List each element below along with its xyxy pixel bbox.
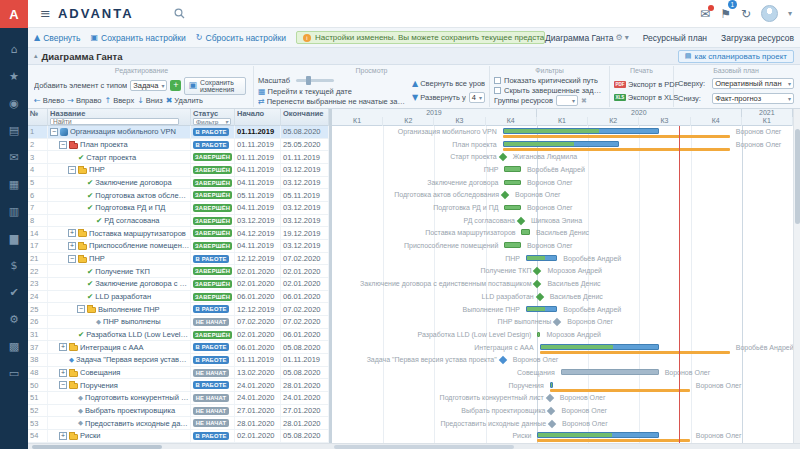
gantt-milestone[interactable]: [517, 217, 525, 225]
tree-expander-minus[interactable]: −: [50, 128, 58, 136]
table-row[interactable]: 17+Приспособление помещенийЗАВЕРШЁН04.11…: [28, 240, 329, 253]
advanta-logo-mark[interactable]: А: [0, 0, 28, 28]
save-settings-button[interactable]: ▣Сохранить настройки: [90, 33, 185, 43]
tree-expander-minus[interactable]: −: [68, 166, 76, 174]
collapse-all-button[interactable]: ▲Свернуть все уровни: [412, 79, 485, 88]
gantt-bar[interactable]: [503, 128, 659, 134]
gantt-milestone[interactable]: [498, 153, 506, 161]
column-header-start[interactable]: Начало: [235, 109, 281, 117]
gantt-milestone[interactable]: [533, 280, 541, 288]
reset-settings-button[interactable]: ↻Сбросить настройки: [196, 33, 286, 43]
baseline-top-select[interactable]: Оперативный план▾: [712, 78, 794, 89]
baseline-bottom-select[interactable]: Факт-прогноз▾: [712, 93, 794, 104]
search-icon[interactable]: [174, 8, 185, 19]
gantt-bar[interactable]: [504, 205, 521, 210]
table-row[interactable]: 24✔LLD разработанЗАВЕРШЁН06.01.202006.01…: [28, 291, 329, 304]
expand-level-button[interactable]: ▼Развернуть уровень: [412, 93, 466, 102]
gantt-baseline-bar[interactable]: [540, 351, 730, 354]
scale-slider[interactable]: [296, 79, 334, 82]
clear-filter-icon[interactable]: ✖: [581, 97, 587, 105]
task-name[interactable]: РД согласована: [104, 216, 190, 225]
task-name[interactable]: Выполнение ПНР: [98, 305, 190, 314]
delete-button[interactable]: ✖Удалить: [166, 96, 203, 105]
gantt-baseline-bar[interactable]: [503, 135, 730, 138]
save-changes-button[interactable]: ▣Сохранить изменения: [184, 77, 246, 95]
table-row[interactable]: 3✔Старт проектаЗАВЕРШЁН01.11.201901.11.2…: [28, 151, 329, 164]
gantt-bar[interactable]: [526, 255, 557, 261]
scrollbar-thumb[interactable]: [32, 445, 162, 449]
structure-icon[interactable]: ▤: [0, 117, 28, 144]
task-name[interactable]: Совещания: [80, 368, 190, 377]
collapse-settings-button[interactable]: ▲Свернуть: [34, 33, 80, 43]
tree-expander-plus[interactable]: +: [59, 343, 67, 351]
documents-icon[interactable]: ▭: [0, 360, 28, 387]
table-row[interactable]: 21−ПНРВ РАБОТЕ12.12.201907.02.2020: [28, 253, 329, 266]
modules-icon[interactable]: ▩: [0, 333, 28, 360]
table-row[interactable]: 14+Поставка маршрутизаторовЗАВЕРШЁН04.12…: [28, 227, 329, 240]
tree-expander-plus[interactable]: +: [59, 369, 67, 377]
table-row[interactable]: 52◆Выбрать проектировщикаНЕ НАЧАТ27.01.2…: [28, 405, 329, 418]
tasks-icon[interactable]: ✔: [0, 279, 28, 306]
element-type-select[interactable]: Задача▾: [130, 80, 167, 91]
gantt-milestone[interactable]: [501, 191, 509, 199]
table-row[interactable]: 38◆Задача "Первая версия устава про...В …: [28, 354, 329, 367]
vertical-scrollbar[interactable]: [793, 109, 800, 443]
name-search-input[interactable]: [50, 118, 179, 125]
gantt-milestone[interactable]: [553, 318, 561, 326]
column-header-end[interactable]: Окончание: [281, 109, 329, 117]
view-tab-resource-load[interactable]: Загрузка ресурсов: [721, 33, 794, 43]
task-name[interactable]: Интеграция с ААА: [80, 343, 190, 352]
settings-icon[interactable]: ⚙: [0, 306, 28, 333]
task-name[interactable]: Разработка LLD (Low Level Design): [86, 330, 190, 339]
gantt-bar[interactable]: [504, 166, 521, 172]
table-row[interactable]: 37+Интеграция с АААВ РАБОТЕ06.01.202005.…: [28, 341, 329, 354]
column-header-status[interactable]: Статус: [191, 109, 235, 117]
expand-level-select[interactable]: 4▾: [469, 92, 485, 103]
users-icon[interactable]: ◉: [0, 90, 28, 117]
gantt-milestone[interactable]: [548, 419, 556, 427]
table-row[interactable]: 25−Выполнение ПНРВ РАБОТЕ12.12.201907.02…: [28, 303, 329, 316]
gantt-baseline-bar[interactable]: [537, 439, 689, 442]
task-name[interactable]: Задача "Первая версия устава про...: [76, 355, 190, 364]
hide-completed-checkbox[interactable]: [494, 87, 501, 94]
collapse-panel-icon[interactable]: ▴: [34, 52, 38, 60]
tree-expander-minus[interactable]: −: [59, 141, 67, 149]
task-name[interactable]: Риски: [80, 431, 190, 440]
gantt-milestone[interactable]: [498, 356, 506, 364]
table-row[interactable]: 2−План проектаВ РАБОТЕ01.11.201925.05.20…: [28, 139, 329, 152]
reports-icon[interactable]: ▥: [0, 198, 28, 225]
tree-expander-plus[interactable]: +: [59, 432, 67, 440]
slider-thumb[interactable]: [306, 76, 311, 85]
task-name[interactable]: Организация мобильного VPN: [70, 127, 190, 136]
notifications-icon[interactable]: ⚑1: [720, 7, 731, 21]
task-name[interactable]: Подготовить конкурентный лист: [85, 393, 190, 402]
column-header-num[interactable]: №: [28, 109, 48, 117]
gantt-bar[interactable]: [503, 141, 619, 147]
table-row[interactable]: 6✔Подготовка актов обследованияЗАВЕРШЁН0…: [28, 189, 329, 202]
task-name[interactable]: Выбрать проектировщика: [85, 406, 190, 415]
status-filter-select[interactable]: Фильтр▾: [193, 118, 231, 125]
table-row[interactable]: 22✔Получение ТКПЗАВЕРШЁН02.01.202002.01.…: [28, 265, 329, 278]
gantt-baseline-bar[interactable]: [550, 389, 690, 392]
move-up-button[interactable]: ↑Вверх: [105, 96, 135, 105]
gantt-bar[interactable]: [537, 432, 658, 438]
task-name[interactable]: ПНР: [89, 254, 190, 263]
tree-expander-minus[interactable]: −: [59, 381, 67, 389]
scrollbar-thumb[interactable]: [334, 445, 514, 449]
gantt-bar[interactable]: [540, 344, 659, 350]
calendar-icon[interactable]: ▦: [0, 171, 28, 198]
scrollbar-thumb[interactable]: [795, 129, 800, 224]
task-name[interactable]: Старт проекта: [86, 153, 190, 162]
critical-path-checkbox[interactable]: [494, 77, 501, 84]
export-xls-button[interactable]: XLSЭкспорт в XLS: [614, 93, 678, 102]
task-name[interactable]: Подготовка актов обследования: [95, 191, 190, 200]
resource-groups-select[interactable]: ▾: [556, 95, 578, 106]
user-avatar[interactable]: [761, 5, 778, 22]
view-tab-gantt[interactable]: Диаграмма Ганта⚙▾: [545, 33, 629, 43]
task-name[interactable]: Заключение договора: [95, 178, 190, 187]
task-name[interactable]: Поставка маршрутизаторов: [89, 229, 190, 238]
gantt-milestone[interactable]: [535, 293, 543, 301]
move-right-button[interactable]: →Вправо: [67, 96, 101, 105]
table-row[interactable]: 23✔Заключение договора с единств...ЗАВЕР…: [28, 278, 329, 291]
task-name[interactable]: ПНР: [89, 165, 190, 174]
